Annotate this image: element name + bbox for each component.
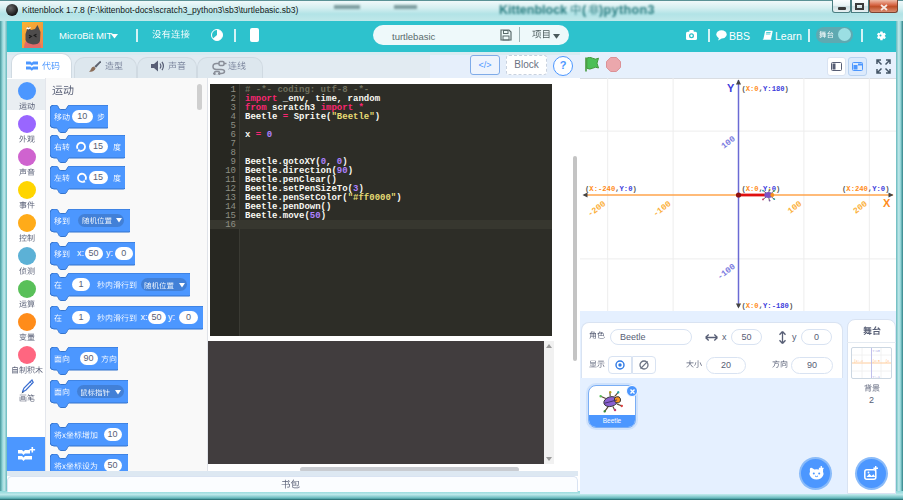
svg-text:(X:-2: (X:-2 [854, 359, 863, 363]
svg-text:-100: -100 [715, 262, 737, 282]
svg-text:100: 100 [719, 134, 737, 151]
svg-text:X: X [883, 197, 891, 209]
svg-text:(X:-240,Y:0): (X:-240,Y:0) [585, 185, 637, 193]
svg-text:-100: -100 [651, 199, 673, 219]
svg-text:(X:0: (X:0 [873, 359, 880, 363]
svg-text:200: 200 [851, 199, 869, 216]
svg-text:(X:0,Y:0): (X:0,Y:0) [741, 185, 780, 193]
svg-text:Y: Y [727, 82, 735, 94]
svg-text:(X:0,Y:180): (X:0,Y:180) [741, 85, 789, 93]
svg-text:-200: -200 [586, 199, 608, 219]
svg-text:Y:-1: Y:-1 [873, 376, 880, 379]
svg-text:100: 100 [786, 199, 804, 216]
svg-text:(X:240,Y:0): (X:240,Y:0) [842, 185, 890, 193]
svg-text:(X: (X [886, 359, 890, 363]
svg-text:Y:18: Y:18 [873, 350, 880, 353]
svg-text:(X:0,Y:-180): (X:0,Y:-180) [741, 302, 793, 310]
